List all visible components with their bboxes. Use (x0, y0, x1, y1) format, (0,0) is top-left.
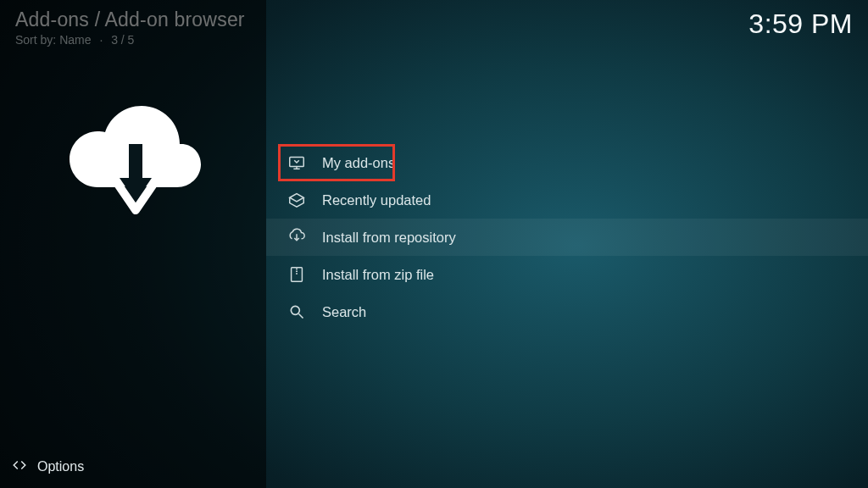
menu-item-search[interactable]: Search (266, 293, 868, 330)
menu-item-label: Search (322, 304, 366, 320)
options-button[interactable]: Options (12, 458, 84, 476)
svg-rect-4 (129, 144, 142, 182)
menu-item-label: Install from zip file (322, 267, 434, 283)
menu-list: My add-ons Recently updated Install from… (266, 144, 868, 330)
menu-item-label: Install from repository (322, 230, 456, 246)
clock: 3:59 PM (748, 8, 853, 40)
monitor-icon (287, 152, 307, 173)
menu-item-label: My add-ons (322, 155, 395, 171)
sidebar: Options (0, 0, 266, 488)
svg-line-15 (299, 314, 303, 319)
svg-point-14 (291, 306, 299, 314)
menu-item-my-addons[interactable]: My add-ons (266, 144, 868, 181)
options-icon (12, 458, 27, 476)
cloud-down-icon (287, 227, 307, 247)
zip-file-icon (287, 264, 307, 285)
box-open-icon (287, 190, 307, 210)
menu-item-install-zip[interactable]: Install from zip file (266, 256, 868, 293)
cloud-download-icon (53, 93, 214, 224)
menu-item-label: Recently updated (322, 192, 431, 208)
options-label: Options (37, 459, 84, 474)
menu-item-install-repository[interactable]: Install from repository (266, 219, 868, 256)
search-icon (287, 302, 307, 322)
menu-item-recently-updated[interactable]: Recently updated (266, 181, 868, 219)
